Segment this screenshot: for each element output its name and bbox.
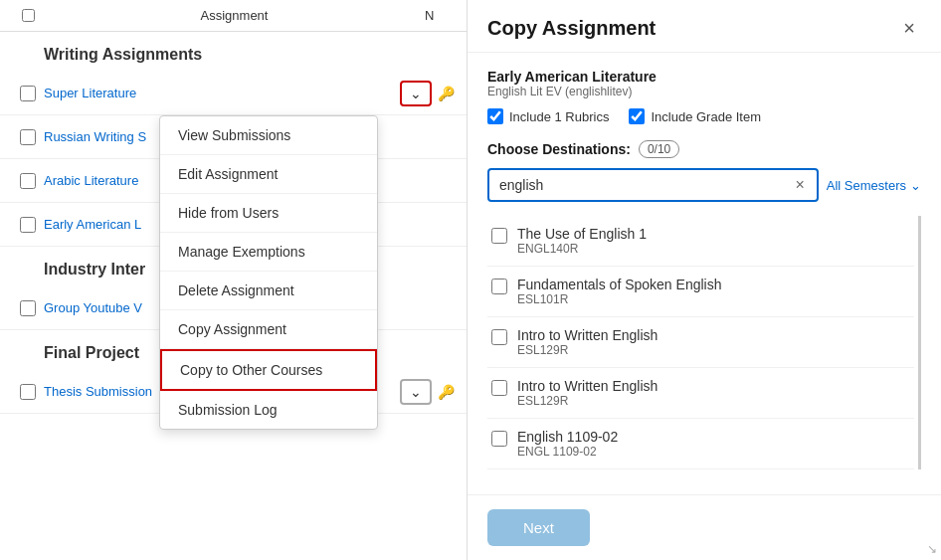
course-option-code: ENGL140R <box>517 242 647 256</box>
row-checkbox[interactable] <box>20 129 36 145</box>
course-option-code: ENGL 1109-02 <box>517 445 618 459</box>
include-rubrics-label: Include 1 Rubrics <box>509 109 609 124</box>
row-checkbox-col <box>12 129 44 145</box>
menu-item-manage-exemptions[interactable]: Manage Exemptions <box>160 233 377 272</box>
modal-footer: Next <box>468 494 941 560</box>
list-item[interactable]: Intro to Written English ESL129R <box>487 317 914 368</box>
row-checkbox-col <box>12 86 44 101</box>
row-actions: ⌄ 🔑 <box>400 379 455 405</box>
chevron-down-icon: ⌄ <box>910 178 921 193</box>
course-option-name: Intro to Written English <box>517 327 658 343</box>
course-option-code: ESL101R <box>517 292 721 306</box>
dropdown-toggle-button[interactable]: ⌄ <box>400 81 432 106</box>
course-option-name: Intro to Written English <box>517 378 658 394</box>
dropdown-toggle-button-thesis[interactable]: ⌄ <box>400 379 432 405</box>
menu-item-copy-to-other-courses[interactable]: Copy to Other Courses <box>160 349 377 391</box>
destinations-label: Choose Destinations: 0/10 <box>487 140 921 158</box>
list-item[interactable]: The Use of English 1 ENGL140R <box>487 216 914 267</box>
row-checkbox[interactable] <box>20 86 36 101</box>
include-options-row: Include 1 Rubrics Include Grade Item <box>487 108 921 124</box>
modal-title: Copy Assignment <box>487 17 656 40</box>
course-checkbox-1[interactable] <box>491 228 507 244</box>
menu-item-copy-assignment[interactable]: Copy Assignment <box>160 310 377 349</box>
section-writing-assignments: Writing Assignments <box>0 32 467 72</box>
include-grade-item-label: Include Grade Item <box>651 109 761 124</box>
row-checkbox[interactable] <box>20 300 36 316</box>
course-option-code: ESL129R <box>517 394 658 408</box>
include-rubrics-checkbox[interactable] <box>487 108 503 124</box>
course-subtitle: English Lit EV (englishlitev) <box>487 85 921 98</box>
assignment-link-super-literature[interactable]: Super Literature <box>44 86 394 100</box>
resize-handle[interactable]: ↘ <box>927 542 937 556</box>
course-option-info: Intro to Written English ESL129R <box>517 378 658 408</box>
row-checkbox-col <box>12 300 44 316</box>
select-all-checkbox[interactable] <box>22 9 35 22</box>
menu-item-edit-assignment[interactable]: Edit Assignment <box>160 155 377 194</box>
n-column-header: N <box>425 8 455 23</box>
header-checkbox-col <box>12 9 44 22</box>
list-item[interactable]: Intro to Written English ESL129R <box>487 368 914 419</box>
copy-assignment-modal: Copy Assignment × Early American Literat… <box>468 0 941 560</box>
all-semesters-button[interactable]: All Semesters ⌄ <box>827 178 921 193</box>
key-icon: 🔑 <box>438 384 455 400</box>
list-item[interactable]: Fundamentals of Spoken English ESL101R <box>487 267 914 317</box>
row-checkbox-col <box>12 173 44 189</box>
list-item[interactable]: English 1109-02 ENGL 1109-02 <box>487 419 914 469</box>
course-option-name: English 1109-02 <box>517 429 618 445</box>
search-row: × All Semesters ⌄ <box>487 168 921 202</box>
course-name: Early American Literature <box>487 69 921 85</box>
row-actions: ⌄ 🔑 <box>400 81 455 106</box>
menu-item-hide-from-users[interactable]: Hide from Users <box>160 194 377 233</box>
close-button[interactable]: × <box>897 16 921 40</box>
course-list: The Use of English 1 ENGL140R Fundamenta… <box>487 216 921 469</box>
row-checkbox-col <box>12 384 44 400</box>
search-input[interactable] <box>499 177 793 193</box>
menu-item-submission-log[interactable]: Submission Log <box>160 391 377 429</box>
course-option-code: ESL129R <box>517 343 658 357</box>
course-checkbox-3[interactable] <box>491 329 507 345</box>
clear-search-button[interactable]: × <box>793 176 806 194</box>
course-option-name: The Use of English 1 <box>517 226 647 242</box>
course-checkbox-5[interactable] <box>491 431 507 447</box>
next-button[interactable]: Next <box>487 509 590 546</box>
include-grade-item-checkbox-item[interactable]: Include Grade Item <box>629 108 761 124</box>
search-box: × <box>487 168 819 202</box>
key-icon: 🔑 <box>438 86 455 101</box>
row-checkbox[interactable] <box>20 217 36 233</box>
modal-body: Early American Literature English Lit EV… <box>468 53 941 494</box>
table-header: Assignment N <box>0 0 467 32</box>
row-checkbox[interactable] <box>20 384 36 400</box>
course-option-info: Fundamentals of Spoken English ESL101R <box>517 277 721 306</box>
row-checkbox[interactable] <box>20 173 36 189</box>
modal-header: Copy Assignment × <box>468 0 941 53</box>
dropdown-menu: View Submissions Edit Assignment Hide fr… <box>159 115 378 430</box>
table-row: Super Literature ⌄ 🔑 View Submissions Ed… <box>0 72 467 115</box>
destination-count-badge: 0/10 <box>639 140 679 158</box>
include-rubrics-checkbox-item[interactable]: Include 1 Rubrics <box>487 108 609 124</box>
left-panel: Assignment N Writing Assignments Super L… <box>0 0 468 560</box>
include-grade-item-checkbox[interactable] <box>629 108 645 124</box>
menu-item-view-submissions[interactable]: View Submissions <box>160 116 377 155</box>
menu-item-delete-assignment[interactable]: Delete Assignment <box>160 272 377 310</box>
course-option-name: Fundamentals of Spoken English <box>517 277 721 292</box>
course-option-info: Intro to Written English ESL129R <box>517 327 658 357</box>
row-checkbox-col <box>12 217 44 233</box>
assignment-column-header: Assignment <box>56 8 413 23</box>
course-checkbox-4[interactable] <box>491 380 507 396</box>
course-checkbox-2[interactable] <box>491 279 507 294</box>
course-option-info: The Use of English 1 ENGL140R <box>517 226 647 256</box>
course-option-info: English 1109-02 ENGL 1109-02 <box>517 429 618 459</box>
